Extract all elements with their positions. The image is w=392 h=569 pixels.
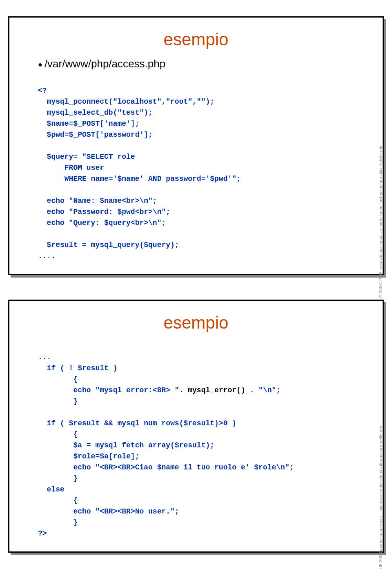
code-line: mysql_pconnect("localhost","root",""); (38, 98, 214, 106)
code-line: echo "Query: $query<br>\n"; (38, 219, 166, 227)
code-part: . mysql_error() . (179, 386, 254, 394)
slide-title: esempio (26, 313, 366, 333)
code-line: $a = mysql_fetch_array($result); (38, 441, 214, 449)
slide-2: esempio ... if ( ! $result ) { echo "mys… (8, 300, 384, 553)
code-line: } (38, 518, 78, 527)
slide-title: esempio (26, 30, 366, 49)
code-line: } (38, 397, 78, 405)
code-line: { (38, 496, 78, 505)
code-line: { (38, 375, 78, 383)
code-line: ... (38, 353, 51, 361)
code-block-1: <? mysql_pconnect("localhost","root","")… (38, 74, 366, 262)
code-line: mysql_select_db("test"); (38, 109, 153, 117)
copyright-text: © 2006-2008 maurizio pizzonia – sicurezz… (378, 146, 383, 298)
code-line: echo "<BR><BR>No user."; (38, 507, 179, 516)
code-line: <? (38, 87, 47, 95)
code-line: } (38, 474, 78, 482)
code-line: $pwd=$_POST['password']; (38, 131, 153, 139)
code-part: "\n"; (254, 386, 281, 394)
code-line: else (38, 485, 65, 493)
code-block-2: ... if ( ! $result ) { echo "mysql error… (38, 341, 366, 539)
code-line: $name=$_POST['name']; (38, 120, 139, 128)
code-part: echo "mysql error:<BR> " (38, 386, 179, 394)
code-line: ?> (38, 529, 47, 538)
code-line: $result = mysql_query($query); (38, 241, 179, 249)
file-path: /var/www/php/access.php (38, 58, 366, 70)
code-line: echo "mysql error:<BR> ". mysql_error() … (38, 386, 281, 394)
code-line: echo "<BR><BR>Ciao $name il tuo ruolo e'… (38, 463, 294, 471)
code-line: $role=$a[role]; (38, 452, 139, 460)
code-line: FROM user (38, 164, 109, 172)
code-line: if ( $result && mysql_num_rows($result)>… (38, 419, 236, 427)
slide-1: esempio /var/www/php/access.php <? mysql… (8, 16, 384, 275)
code-line: .... (38, 252, 56, 260)
code-line: if ( ! $result ) (38, 364, 117, 372)
code-line: { (38, 430, 78, 438)
copyright-text: © 2006-2008 maurizio pizzonia – sicurezz… (378, 426, 383, 569)
code-line: echo "Name: $name<br>\n"; (38, 197, 157, 205)
code-line: echo "Password: $pwd<br>\n"; (38, 208, 170, 216)
code-line: WHERE name='$name' AND password='$pwd'"; (38, 175, 241, 183)
code-line: $query= "SELECT role (38, 153, 139, 161)
